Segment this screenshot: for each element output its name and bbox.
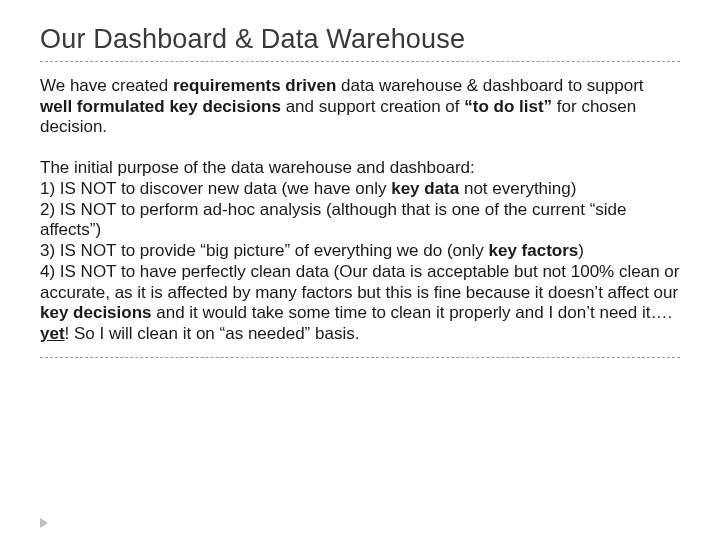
point-2: 2) IS NOT to perform ad-hoc analysis (al… [40, 200, 626, 240]
slide-title: Our Dashboard & Data Warehouse [40, 24, 680, 55]
point-1-a: 1) IS NOT to discover new data (we have … [40, 179, 391, 198]
slide: Our Dashboard & Data Warehouse We have c… [0, 0, 720, 540]
point-1-c: not everything) [459, 179, 576, 198]
divider-bottom [40, 357, 680, 358]
text: data warehouse & dashboard to support [336, 76, 643, 95]
arrow-right-icon [40, 518, 48, 528]
bold-key-decisions-2: key decisions [40, 303, 152, 322]
point-4-e: ! So I will clean it on “as needed” basi… [65, 324, 360, 343]
bold-key-data: key data [391, 179, 459, 198]
point-3-c: ) [578, 241, 584, 260]
point-4-a: 4) IS NOT to have perfectly clean data (… [40, 262, 679, 302]
purpose-lead: The initial purpose of the data warehous… [40, 158, 475, 177]
bold-underline-yet: yet [40, 324, 65, 343]
divider-top [40, 61, 680, 62]
bold-requirements-driven: requirements driven [173, 76, 336, 95]
intro-paragraph: We have created requirements driven data… [40, 76, 680, 138]
purpose-list: The initial purpose of the data warehous… [40, 158, 680, 345]
bold-to-do-list: “to do list” [464, 97, 552, 116]
point-3-a: 3) IS NOT to provide “big picture” of ev… [40, 241, 489, 260]
point-4-c: and it would take some time to clean it … [152, 303, 673, 322]
text: and support creation of [281, 97, 464, 116]
text: We have created [40, 76, 173, 95]
bold-key-decisions: well formulated key decisions [40, 97, 281, 116]
slide-body: We have created requirements driven data… [40, 76, 680, 345]
bold-key-factors: key factors [489, 241, 579, 260]
